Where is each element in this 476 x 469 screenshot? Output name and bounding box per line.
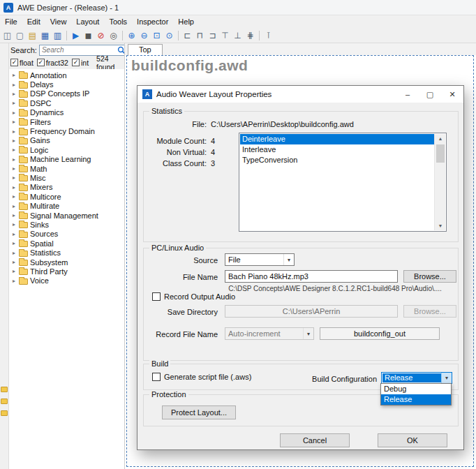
scroll-up-icon[interactable]: ▲ — [435, 136, 446, 141]
config-option-release[interactable]: Release — [381, 394, 451, 405]
build-config-dropdown[interactable]: DebugRelease — [380, 383, 452, 405]
expander-icon[interactable]: ▸ — [11, 268, 17, 274]
file-name-input[interactable]: Bach Piano 48kHz.mp3 — [225, 270, 398, 283]
class-item-typeconversion[interactable]: TypeConversion — [240, 155, 434, 165]
expander-icon[interactable]: ▸ — [11, 203, 17, 209]
target-icon[interactable]: ◎ — [107, 29, 119, 41]
tree-item-dspc[interactable]: ▸DSPC — [9, 98, 124, 107]
maximize-icon[interactable]: ▢ — [419, 86, 441, 103]
tree-item-signal-management[interactable]: ▸Signal Management — [9, 211, 124, 220]
halt-icon[interactable]: ◼ — [82, 29, 94, 41]
expander-icon[interactable]: ▸ — [11, 174, 17, 181]
scroll-down-icon[interactable]: ▼ — [435, 223, 446, 228]
tree-item-mixers[interactable]: ▸Mixers — [9, 183, 124, 192]
expander-icon[interactable]: ▸ — [11, 119, 17, 125]
browse-file-button[interactable]: Browse... — [403, 270, 456, 283]
expander-icon[interactable]: ▸ — [11, 165, 17, 172]
search-input[interactable] — [40, 46, 116, 54]
expander-icon[interactable]: ▸ — [11, 278, 17, 284]
no-entry-icon[interactable]: ⊘ — [95, 29, 107, 41]
window-layout-icon[interactable]: ◫ — [1, 29, 13, 41]
minimize-icon[interactable]: – — [396, 86, 419, 103]
tree-item-dynamics[interactable]: ▸Dynamics — [9, 108, 124, 117]
source-combo[interactable]: File ▾ — [225, 253, 295, 266]
zoom-fit-icon[interactable]: ⊡ — [151, 29, 163, 41]
tab-top[interactable]: Top — [128, 44, 163, 55]
menu-inspector[interactable]: Inspector — [132, 16, 173, 27]
record-file-name-value[interactable]: buildconfig_out — [320, 327, 440, 340]
expander-icon[interactable]: ▸ — [11, 193, 17, 200]
chevron-down-icon[interactable]: ▾ — [283, 254, 294, 265]
filter-fract32[interactable]: ✓fract32 — [37, 59, 68, 67]
menu-tools[interactable]: Tools — [104, 16, 132, 27]
open-folder-icon[interactable]: ▤ — [27, 29, 38, 41]
close-icon[interactable]: ✕ — [441, 86, 463, 103]
expander-icon[interactable]: ▸ — [11, 240, 17, 246]
expander-icon[interactable]: ▸ — [11, 147, 17, 153]
filter-float[interactable]: ✓float — [10, 59, 34, 67]
zoom-out-icon[interactable]: ⊖ — [138, 29, 150, 41]
align-center-icon[interactable]: ⊓ — [194, 29, 206, 41]
tree-item-math[interactable]: ▸Math — [9, 164, 124, 173]
menu-help[interactable]: Help — [173, 16, 199, 27]
expander-icon[interactable]: ▸ — [11, 72, 17, 78]
generate-script-checkbox[interactable]: Generate script file (.aws) — [152, 373, 251, 381]
zoom-actual-icon[interactable]: ⊙ — [163, 29, 175, 41]
tree-item-annotation[interactable]: ▸Annotation — [9, 70, 124, 80]
expander-icon[interactable]: ▸ — [11, 259, 17, 265]
expander-icon[interactable]: ▸ — [11, 156, 17, 163]
tree-item-sources[interactable]: ▸Sources — [9, 230, 124, 239]
tree-item-voice[interactable]: ▸Voice — [9, 276, 124, 285]
expander-icon[interactable]: ▸ — [11, 221, 17, 228]
save-icon[interactable]: ▦ — [39, 29, 51, 41]
align-bottom-icon[interactable]: ⊥ — [232, 29, 244, 41]
tree-item-misc[interactable]: ▸Misc — [9, 173, 124, 182]
expander-icon[interactable]: ▸ — [11, 250, 17, 256]
zoom-in-icon[interactable]: ⊕ — [126, 29, 137, 41]
protect-layout-button[interactable]: Protect Layout... — [162, 405, 236, 419]
expander-icon[interactable]: ▸ — [11, 212, 17, 218]
chevron-down-icon[interactable]: ▾ — [441, 373, 452, 383]
dialog-titlebar[interactable]: A Audio Weaver Layout Properties – ▢ ✕ — [137, 86, 463, 103]
tree-item-sinks[interactable]: ▸Sinks — [9, 220, 124, 229]
tree-item-filters[interactable]: ▸Filters — [9, 117, 124, 126]
align-left-icon[interactable]: ⊏ — [181, 29, 193, 41]
cancel-button[interactable]: Cancel — [280, 433, 350, 447]
expander-icon[interactable]: ▸ — [11, 128, 17, 135]
filter-int[interactable]: ✓int — [72, 59, 89, 67]
palette-folder-3-icon[interactable] — [1, 410, 8, 416]
tree-item-third-party[interactable]: ▸Third Party — [9, 267, 124, 276]
expander-icon[interactable]: ▸ — [11, 231, 17, 237]
tree-item-machine-learning[interactable]: ▸Machine Learning — [9, 155, 124, 164]
align-top-icon[interactable]: ⊤ — [219, 29, 231, 41]
tree-item-spatial[interactable]: ▸Spatial — [9, 239, 124, 248]
expander-icon[interactable]: ▸ — [11, 82, 17, 88]
tree-item-logic[interactable]: ▸Logic — [9, 145, 124, 154]
tree-item-subsystem[interactable]: ▸Subsystem — [9, 258, 124, 267]
config-option-debug[interactable]: Debug — [381, 384, 451, 394]
expander-icon[interactable]: ▸ — [11, 91, 17, 97]
record-output-checkbox[interactable]: Record Output Audio — [152, 292, 235, 301]
menu-edit[interactable]: Edit — [22, 16, 45, 27]
class-item-deinterleave[interactable]: Deinterleave — [240, 134, 434, 144]
tree-item-delays[interactable]: ▸Delays — [9, 80, 124, 89]
tree-item-dsp-concepts-ip[interactable]: ▸DSP Concepts IP — [9, 89, 124, 98]
align-right-icon[interactable]: ⊐ — [207, 29, 218, 41]
palette-folder-2-icon[interactable] — [1, 399, 8, 404]
new-file-icon[interactable]: ▢ — [14, 29, 26, 41]
run-icon[interactable]: ▶ — [70, 29, 82, 41]
class-listbox[interactable]: DeinterleaveInterleaveTypeConversion ▲ ▼ — [239, 133, 447, 232]
expander-icon[interactable]: ▸ — [11, 184, 17, 191]
class-item-interleave[interactable]: Interleave — [240, 144, 434, 155]
tree-item-multicore[interactable]: ▸Multicore — [9, 192, 124, 201]
expander-icon[interactable]: ▸ — [11, 137, 17, 144]
tree-item-frequency-domain[interactable]: ▸Frequency Domain — [9, 126, 124, 135]
palette-folder-1-icon[interactable] — [1, 387, 8, 392]
save-all-icon[interactable]: ▥ — [52, 29, 64, 41]
wire-tool-icon[interactable]: ⊺ — [262, 29, 274, 41]
distribute-horizontal-icon[interactable]: ⋕ — [244, 29, 256, 41]
tree-item-statistics[interactable]: ▸Statistics — [9, 248, 124, 257]
scrollbar-thumb[interactable] — [436, 144, 445, 163]
build-config-combo[interactable]: Release ▾ — [381, 372, 452, 384]
expander-icon[interactable]: ▸ — [11, 110, 17, 116]
